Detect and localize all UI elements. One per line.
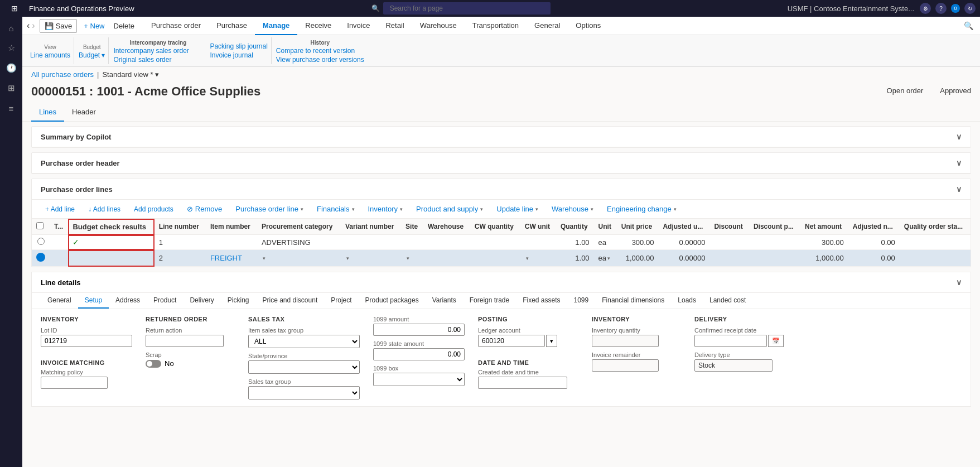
- ld-tab-1099[interactable]: 1099: [567, 293, 596, 309]
- ld-sales-tax-group-select[interactable]: [248, 386, 360, 399]
- ld-tab-loads[interactable]: Loads: [671, 293, 703, 309]
- po-lines-header[interactable]: Purchase order lines ∨: [32, 179, 971, 200]
- ld-tab-picking[interactable]: Picking: [221, 293, 256, 309]
- sidebar-home-icon[interactable]: ⌂: [1, 19, 21, 37]
- col-procurement-category-header: Procurement category: [257, 219, 341, 235]
- original-sales-order-link[interactable]: Original sales order: [113, 56, 202, 64]
- line-amounts-link[interactable]: Line amounts: [30, 51, 70, 59]
- tab-lines[interactable]: Lines: [31, 103, 64, 122]
- history-label: History: [276, 40, 364, 46]
- ld-created-datetime-input[interactable]: [478, 377, 567, 389]
- ribbon-search-icon[interactable]: 🔍: [962, 19, 976, 32]
- ld-1099-state-amount-input[interactable]: [373, 348, 465, 360]
- ld-tab-address[interactable]: Address: [109, 293, 147, 309]
- tab-receive[interactable]: Receive: [297, 17, 339, 35]
- ld-tab-foreign-trade[interactable]: Foreign trade: [463, 293, 516, 309]
- tab-general[interactable]: General: [527, 17, 568, 35]
- ld-delivery-type-input[interactable]: [694, 359, 773, 372]
- ld-tab-product[interactable]: Product: [147, 293, 183, 309]
- new-button[interactable]: + New: [79, 20, 109, 32]
- po-header-header[interactable]: Purchase order header ∨: [32, 153, 971, 174]
- sidebar-star-icon[interactable]: ☆: [1, 39, 21, 57]
- ld-ledger-account-input[interactable]: [478, 335, 545, 347]
- confirmed-receipt-calendar-btn[interactable]: 📅: [768, 335, 784, 347]
- ledger-account-lookup-btn[interactable]: ▾: [546, 335, 557, 347]
- ld-tab-project[interactable]: Project: [324, 293, 358, 309]
- ld-tab-delivery[interactable]: Delivery: [183, 293, 220, 309]
- budget-dropdown[interactable]: Budget ▾: [79, 51, 105, 59]
- ld-item-sales-tax-select[interactable]: ALL: [248, 335, 360, 348]
- select-all-checkbox[interactable]: [36, 222, 44, 229]
- scrap-toggle-switch[interactable]: [146, 360, 161, 368]
- intercompany-sales-order-link[interactable]: Intercompany sales order: [113, 47, 202, 55]
- refresh-icon[interactable]: ↻: [964, 3, 976, 14]
- add-products-btn[interactable]: Add products: [129, 204, 178, 215]
- tab-purchase[interactable]: Purchase: [209, 17, 255, 35]
- help-icon[interactable]: ?: [935, 3, 947, 14]
- tab-purchase-order[interactable]: Purchase order: [143, 17, 209, 35]
- breadcrumb-link[interactable]: All purchase orders: [31, 70, 94, 79]
- view-selector[interactable]: Standard view * ▾: [102, 70, 159, 79]
- ld-tab-setup[interactable]: Setup: [78, 293, 109, 309]
- row2-item-number[interactable]: FREIGHT: [206, 250, 257, 267]
- ld-tab-general[interactable]: General: [41, 293, 78, 309]
- update-line-btn[interactable]: Update line ▾: [492, 203, 543, 215]
- ld-invoice-remainder-input[interactable]: [592, 359, 659, 372]
- table-row[interactable]: 2 FREIGHT ▾: [32, 250, 971, 267]
- ld-1099-box-select[interactable]: [373, 373, 465, 386]
- sidebar-menu-icon[interactable]: ≡: [1, 99, 21, 117]
- inventory-btn[interactable]: Inventory ▾: [364, 203, 407, 215]
- packing-slip-journal-link[interactable]: Packing slip journal: [210, 42, 267, 50]
- ld-tab-fixed-assets[interactable]: Fixed assets: [516, 293, 567, 309]
- ld-tab-price-discount[interactable]: Price and discount: [255, 293, 324, 309]
- ld-1099-amount-input[interactable]: [373, 324, 465, 336]
- tab-header[interactable]: Header: [64, 103, 104, 122]
- ld-inventory-quantity-input[interactable]: [592, 335, 659, 347]
- notification-badge[interactable]: 0: [951, 4, 960, 13]
- compare-recent-link[interactable]: Compare to recent version: [276, 47, 364, 55]
- row1-radio[interactable]: [37, 238, 45, 245]
- delete-button[interactable]: Delete: [109, 20, 139, 32]
- add-lines-btn[interactable]: ↓ Add lines: [84, 204, 125, 215]
- ld-state-province-select[interactable]: [248, 360, 360, 374]
- ld-matching-policy-input[interactable]: [41, 377, 108, 389]
- ld-return-action-input[interactable]: [146, 335, 224, 347]
- sidebar-grid-icon[interactable]: ⊞: [1, 79, 21, 97]
- ld-confirmed-receipt-input[interactable]: [694, 335, 767, 347]
- ld-lot-id-input[interactable]: [41, 335, 132, 347]
- grid-icon[interactable]: ⊞: [4, 0, 25, 17]
- table-row[interactable]: ✓ 1 ADVERTISING 1.00: [32, 235, 971, 250]
- engineering-change-btn[interactable]: Engineering change ▾: [602, 203, 681, 215]
- history-group: History Compare to recent version View p…: [273, 37, 368, 64]
- tab-transportation[interactable]: Transportation: [465, 17, 527, 35]
- view-po-versions-link[interactable]: View purchase order versions: [276, 56, 364, 64]
- ld-inventory-right-group: INVENTORY Inventory quantity Invoice rem…: [592, 316, 681, 399]
- forward-button[interactable]: ›: [32, 21, 35, 31]
- ld-tab-product-packages[interactable]: Product packages: [359, 293, 426, 309]
- remove-btn[interactable]: ⊘ Remove: [182, 203, 226, 215]
- purchase-order-line-btn[interactable]: Purchase order line ▾: [231, 203, 308, 215]
- tab-options[interactable]: Options: [568, 17, 609, 35]
- invoice-journal-link[interactable]: Invoice journal: [210, 51, 267, 59]
- tab-invoice[interactable]: Invoice: [339, 17, 378, 35]
- sidebar-recent-icon[interactable]: 🕐: [1, 59, 21, 77]
- row2-item-number-link[interactable]: FREIGHT: [210, 254, 242, 262]
- col-cw-unit-header: CW unit: [520, 219, 556, 235]
- settings-icon[interactable]: ⚙: [920, 3, 931, 14]
- product-and-supply-btn[interactable]: Product and supply ▾: [412, 203, 487, 215]
- warehouse-btn[interactable]: Warehouse ▾: [547, 203, 598, 215]
- tab-manage[interactable]: Manage: [255, 17, 297, 35]
- ld-tab-financial-dimensions[interactable]: Financial dimensions: [595, 293, 671, 309]
- ld-tab-variants[interactable]: Variants: [426, 293, 463, 309]
- line-details-header[interactable]: Line details ∨: [32, 272, 971, 293]
- summary-copilot-header[interactable]: Summary by Copilot ∨: [32, 127, 971, 147]
- back-button[interactable]: ‹: [27, 21, 30, 31]
- add-line-btn[interactable]: + Add line: [41, 204, 79, 215]
- ld-scrap-toggle[interactable]: No: [146, 359, 235, 368]
- save-button[interactable]: 💾 Save: [40, 19, 78, 33]
- tab-retail[interactable]: Retail: [378, 17, 412, 35]
- tab-warehouse[interactable]: Warehouse: [412, 17, 465, 35]
- ld-tab-landed-cost[interactable]: Landed cost: [703, 293, 752, 309]
- financials-btn[interactable]: Financials ▾: [312, 203, 359, 215]
- global-search-input[interactable]: [383, 2, 551, 15]
